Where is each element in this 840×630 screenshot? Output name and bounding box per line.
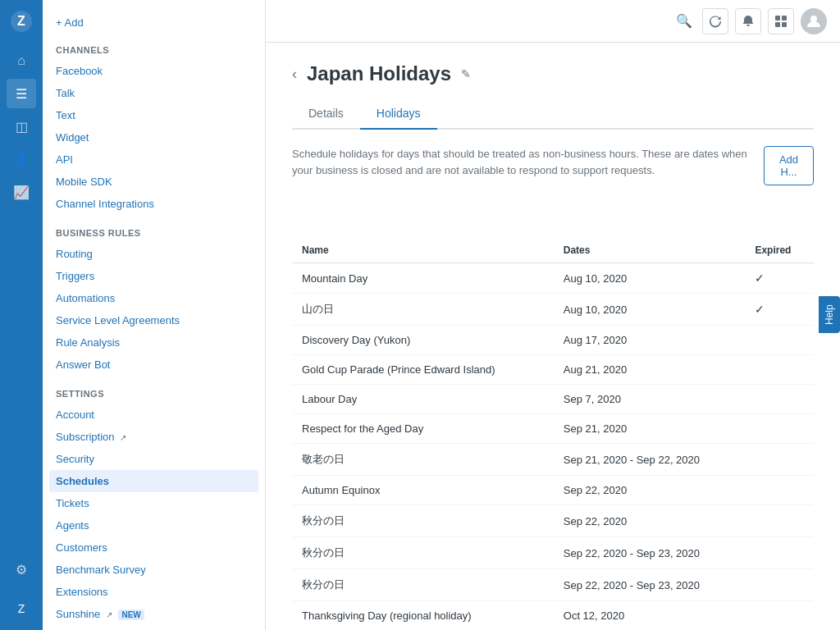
edit-title-icon[interactable]: ✎ [461,67,471,80]
cell-name: Discovery Day (Yukon) [292,326,554,355]
table-row[interactable]: Mountain Day Aug 10, 2020 ✓ [292,263,814,294]
cell-dates: Aug 10, 2020 [554,263,746,294]
cell-expired [745,444,814,476]
help-button[interactable]: Help [819,297,840,334]
cell-name: 秋分の日 [292,537,554,569]
sidebar-item-answer-bot[interactable]: Answer Bot [43,354,265,376]
sidebar-item-rule-analysis[interactable]: Rule Analysis [43,331,265,354]
sidebar-item-widget[interactable]: Widget [43,126,265,148]
top-bar: 🔍 [266,0,840,43]
sidebar-item-schedules[interactable]: Schedules [49,470,258,492]
business-rules-section-title: BUSINESS RULES [43,215,265,243]
notifications-icon[interactable] [735,8,761,34]
col-expired: Expired [745,238,814,263]
add-button[interactable]: + Add [56,16,84,29]
table-row[interactable]: Thanksgiving Day (regional holiday) Oct … [292,601,814,631]
tab-holidays[interactable]: Holidays [360,98,437,130]
table-row[interactable]: Autumn Equinox Sep 22, 2020 [292,476,814,505]
table-row[interactable]: 秋分の日 Sep 22, 2020 - Sep 23, 2020 [292,569,814,601]
sidebar-item-triggers[interactable]: Triggers [43,265,265,287]
cell-expired [745,569,814,601]
svg-rect-4 [782,16,787,21]
svg-rect-3 [775,16,780,21]
sidebar-item-routing[interactable]: Routing [43,243,265,265]
cell-dates: Sep 22, 2020 [554,505,746,537]
col-name: Name [292,238,554,263]
table-row[interactable]: 秋分の日 Sep 22, 2020 [292,505,814,537]
table-row[interactable]: Respect for the Aged Day Sep 21, 2020 [292,414,814,444]
back-button[interactable]: ‹ [292,66,297,83]
table-row[interactable]: Discovery Day (Yukon) Aug 17, 2020 [292,326,814,355]
sidebar-item-channel-integrations[interactable]: Channel Integrations [43,193,265,215]
sidebar-item-subscription[interactable]: Subscription ↗ [43,426,265,448]
settings-section-title: SETTINGS [43,376,265,404]
sidebar-item-mobile-sdk[interactable]: Mobile SDK [43,171,265,193]
sidebar: + Add Channels FacebookTalkTextWidgetAPI… [43,0,266,630]
svg-rect-6 [782,22,787,27]
sidebar-item-benchmark-survey[interactable]: Benchmark Survey [43,559,265,581]
table-row[interactable]: 山の日 Aug 10, 2020 ✓ [292,294,814,326]
main-content: 🔍 ‹ Japan Holidays ✎ [266,0,840,630]
tab-details[interactable]: Details [292,98,360,130]
sidebar-item-talk[interactable]: Talk [43,82,265,104]
table-row[interactable]: 敬老の日 Sep 21, 2020 - Sep 22, 2020 [292,444,814,476]
page-title: Japan Holidays [307,62,451,85]
refresh-icon[interactable] [702,8,728,34]
sidebar-item-security[interactable]: Security [43,448,265,470]
cell-expired [745,505,814,537]
user-avatar[interactable] [801,8,827,34]
stats-icon[interactable]: 📈 [7,177,36,207]
cell-expired [745,537,814,569]
add-holiday-button[interactable]: Add H... [764,146,814,185]
sidebar-item-sla[interactable]: Service Level Agreements [43,309,265,331]
cell-name: Respect for the Aged Day [292,414,554,444]
sidebar-item-automations[interactable]: Automations [43,287,265,309]
cell-name: Mountain Day [292,263,554,294]
sidebar-item-text[interactable]: Text [43,104,265,126]
cell-dates: Sep 22, 2020 - Sep 23, 2020 [554,569,746,601]
channels-list: FacebookTalkTextWidgetAPIMobile SDKChann… [43,60,265,215]
sidebar-item-extensions[interactable]: Extensions [43,581,265,603]
col-dates: Dates [554,238,746,263]
sidebar-item-agents[interactable]: Agents [43,514,265,536]
cell-dates: Sep 21, 2020 [554,414,746,444]
table-row[interactable]: Gold Cup Parade (Prince Edward Island) A… [292,355,814,385]
cell-expired [745,385,814,414]
cell-name: 秋分の日 [292,505,554,537]
sidebar-item-api[interactable]: API [43,148,265,171]
sidebar-item-sunshine[interactable]: Sunshine ↗ NEW [43,603,265,625]
content-area: ‹ Japan Holidays ✎ Details Holidays Sche… [266,43,840,630]
sidebar-item-facebook[interactable]: Facebook [43,60,265,82]
cell-name: Thanksgiving Day (regional holiday) [292,601,554,631]
cell-expired: ✓ [745,263,814,294]
sidebar-item-tickets[interactable]: Tickets [43,492,265,514]
cell-name: 山の日 [292,294,554,326]
cell-dates: Aug 10, 2020 [554,294,746,326]
cell-dates: Sep 22, 2020 [554,476,746,505]
sidebar-item-account[interactable]: Account [43,404,265,426]
reports-icon[interactable]: ◫ [7,112,36,141]
cell-expired: ✓ [745,294,814,326]
grid-icon[interactable] [768,8,794,34]
table-row[interactable]: Labour Day Sep 7, 2020 [292,385,814,414]
sidebar-item-customers[interactable]: Customers [43,536,265,559]
business-rules-list: RoutingTriggersAutomationsService Level … [43,243,265,376]
tabs: Details Holidays [292,98,814,130]
cell-dates: Oct 12, 2020 [554,601,746,631]
settings-icon[interactable]: ⚙ [7,555,36,584]
icon-nav: Z ⌂ ☰ ◫ 👤 📈 ⚙ Z [0,0,43,630]
cell-expired [745,476,814,505]
table-row[interactable]: 秋分の日 Sep 22, 2020 - Sep 23, 2020 [292,537,814,569]
app-logo[interactable]: Z [7,7,36,36]
channels-section-title: Channels [43,32,265,60]
cell-dates: Aug 17, 2020 [554,326,746,355]
customers-icon[interactable]: 👤 [7,144,36,174]
svg-rect-5 [775,22,780,27]
svg-text:Z: Z [17,14,25,28]
home-icon[interactable]: ⌂ [7,46,36,75]
cell-name: 敬老の日 [292,444,554,476]
cell-dates: Sep 22, 2020 - Sep 23, 2020 [554,537,746,569]
search-icon[interactable]: 🔍 [673,10,696,33]
page-header: ‹ Japan Holidays ✎ [292,62,814,85]
views-icon[interactable]: ☰ [7,79,36,108]
